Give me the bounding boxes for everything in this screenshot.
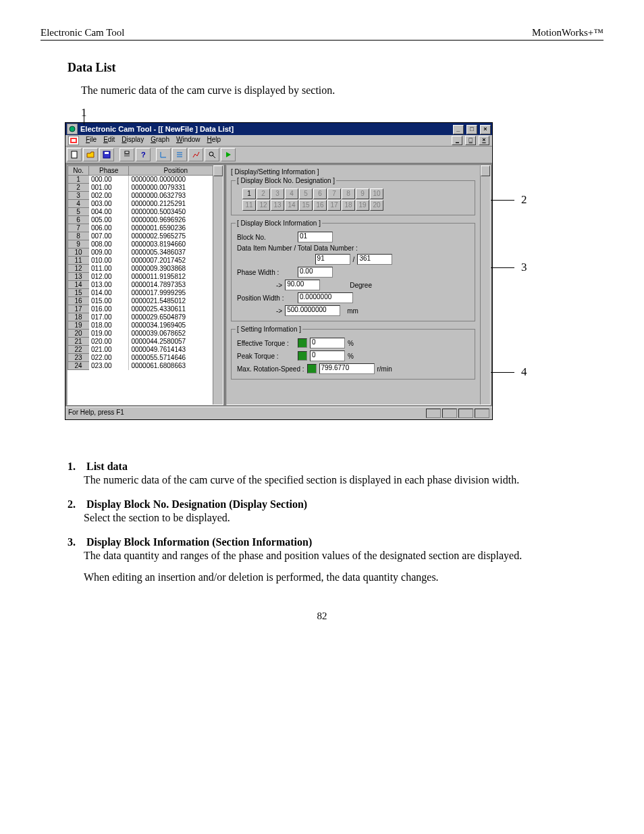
position-width-field[interactable]: 0.0000000 (298, 292, 353, 303)
eff-torque-field[interactable]: 0 (310, 338, 345, 348)
block-button-12[interactable]: 12 (257, 200, 270, 211)
table-row[interactable]: 13012.000000011.9195812 (68, 273, 223, 281)
menu-window[interactable]: Window (176, 136, 200, 145)
block-button-2[interactable]: 2 (257, 188, 270, 199)
minimize-button[interactable]: _ (453, 125, 464, 134)
block-button-8[interactable]: 8 (342, 188, 355, 199)
panel-scrollbar[interactable] (480, 165, 490, 405)
desc-1-num: 1. (68, 461, 76, 472)
open-icon[interactable] (83, 148, 98, 161)
table-row[interactable]: 2001.000000000.0079331 (68, 184, 223, 192)
block-button-15[interactable]: 15 (299, 200, 313, 211)
table-row[interactable]: 18017.000000029.6504879 (68, 313, 223, 321)
menu-edit[interactable]: Edit (103, 136, 115, 145)
data-item-field[interactable]: 91 (315, 254, 350, 265)
axis-icon[interactable] (156, 148, 171, 161)
header-right: MotionWorks+™ (532, 27, 603, 38)
table-row[interactable]: 1000.000000000.0000000 (68, 176, 223, 184)
block-button-20[interactable]: 20 (370, 200, 383, 211)
mdi-restore-button[interactable]: □ (465, 136, 476, 145)
table-row[interactable]: 4003.000000000.2125291 (68, 200, 223, 208)
table-row[interactable]: 21020.000000044.2580057 (68, 338, 223, 346)
col-no: No. (68, 166, 89, 176)
block-button-13[interactable]: 13 (271, 200, 284, 211)
block-button-5[interactable]: 5 (299, 188, 313, 199)
block-button-18[interactable]: 18 (342, 200, 355, 211)
new-icon[interactable] (67, 148, 82, 161)
block-button-9[interactable]: 9 (356, 188, 369, 199)
peak-torque-indicator (298, 351, 307, 361)
eff-torque-unit: % (348, 340, 354, 347)
block-button-1[interactable]: 1 (242, 188, 256, 199)
data-grid[interactable]: No. Phase Position 1000.000000000.000000… (67, 165, 223, 405)
menu-graph[interactable]: Graph (151, 136, 169, 145)
status-text: For Help, press F1 (68, 409, 124, 418)
list-icon[interactable] (172, 148, 187, 161)
annotation-4: 4 (521, 365, 527, 379)
table-row[interactable]: 14013.000000014.7897353 (68, 281, 223, 289)
help-icon[interactable]: ? (136, 148, 151, 161)
block-button-11[interactable]: 11 (242, 200, 256, 211)
position-arrow: -> (276, 307, 282, 315)
close-button[interactable]: × (480, 125, 491, 134)
block-button-10[interactable]: 10 (370, 188, 383, 199)
block-button-19[interactable]: 19 (356, 200, 369, 211)
table-row[interactable]: 10009.000000005.3486037 (68, 249, 223, 257)
block-button-14[interactable]: 14 (285, 200, 298, 211)
group-main-label: [ Display/Setting Information ] (231, 168, 486, 176)
max-rot-label: Max. Rotation-Speed : (237, 365, 304, 373)
menu-file[interactable]: File (86, 136, 97, 145)
block-no-field[interactable]: 01 (298, 232, 333, 242)
block-button-4[interactable]: 4 (285, 188, 298, 199)
table-row[interactable]: 16015.000000021.5485012 (68, 297, 223, 305)
table-row[interactable]: 15014.000000017.9999295 (68, 289, 223, 297)
table-row[interactable]: 5004.000000000.5003450 (68, 208, 223, 216)
annotation-2: 2 (521, 193, 527, 207)
mdi-close-button[interactable]: × (479, 136, 489, 145)
table-row[interactable]: 8007.000000002.5965275 (68, 232, 223, 240)
desc-1-title: List data (86, 461, 128, 472)
block-button-16[interactable]: 16 (313, 200, 327, 211)
max-rot-indicator (307, 364, 317, 373)
maximize-button[interactable]: □ (466, 125, 477, 134)
block-button-17[interactable]: 17 (327, 200, 341, 211)
table-row[interactable]: 7006.000000001.6590236 (68, 224, 223, 232)
block-no-label: Block No. (237, 234, 295, 241)
desc-1-body: The numeric data of the cam curve of the… (84, 474, 603, 486)
peak-torque-label: Peak Torque : (237, 353, 295, 360)
table-row[interactable]: 12011.000000009.3903868 (68, 265, 223, 273)
table-row[interactable]: 6005.000000000.9696926 (68, 216, 223, 224)
zoom-icon[interactable] (205, 148, 219, 161)
table-row[interactable]: 9008.000000003.8194660 (68, 240, 223, 249)
mdi-minimize-button[interactable]: _ (452, 136, 462, 145)
menu-display[interactable]: Display (122, 136, 144, 145)
phase-width-label: Phase Width : (237, 269, 295, 276)
table-row[interactable]: 3002.000000000.0632793 (68, 192, 223, 200)
table-row[interactable]: 24023.000000061.6808663 (68, 362, 223, 370)
desc-3-body: The data quantity and ranges of the phas… (84, 550, 603, 562)
run-icon[interactable] (221, 148, 236, 161)
max-rot-field[interactable]: 799.6770 (319, 363, 375, 374)
data-total-field: 361 (357, 254, 392, 265)
block-button-6[interactable]: 6 (313, 188, 327, 199)
table-row[interactable]: 11010.000000007.2017452 (68, 257, 223, 265)
table-row[interactable]: 22021.000000049.7614143 (68, 346, 223, 354)
chart-icon[interactable] (188, 148, 203, 161)
save-icon[interactable] (99, 148, 114, 161)
phase-width-field[interactable]: 0.00 (298, 267, 333, 278)
print-icon[interactable] (119, 148, 134, 161)
phase-max-field[interactable]: 90.00 (285, 280, 320, 290)
grid-scrollbar[interactable] (213, 165, 223, 405)
menu-help[interactable]: Help (207, 136, 221, 145)
toolbar: ? (65, 147, 492, 163)
table-row[interactable]: 17016.000000025.4330611 (68, 305, 223, 313)
desc-3-title: Display Block Information (Section Infor… (86, 536, 312, 548)
block-button-3[interactable]: 3 (271, 188, 284, 199)
table-row[interactable]: 19018.000000034.1969405 (68, 321, 223, 330)
position-max-field[interactable]: 500.0000000 (285, 305, 340, 316)
table-row[interactable]: 23022.000000055.5714646 (68, 354, 223, 362)
peak-torque-field[interactable]: 0 (310, 350, 345, 361)
table-row[interactable]: 20019.000000039.0678652 (68, 330, 223, 338)
block-button-7[interactable]: 7 (327, 188, 341, 199)
eff-torque-indicator (298, 338, 307, 348)
